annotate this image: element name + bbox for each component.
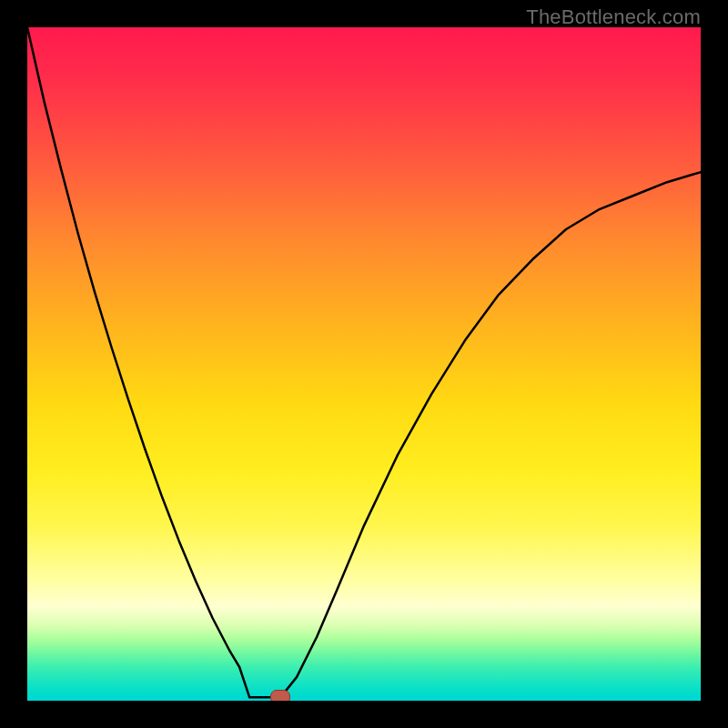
chart-frame: TheBottleneck.com <box>0 0 728 728</box>
plot-area <box>27 27 701 701</box>
watermark-text: TheBottleneck.com <box>526 5 701 29</box>
heat-gradient <box>27 27 701 701</box>
optimal-marker <box>270 690 290 701</box>
